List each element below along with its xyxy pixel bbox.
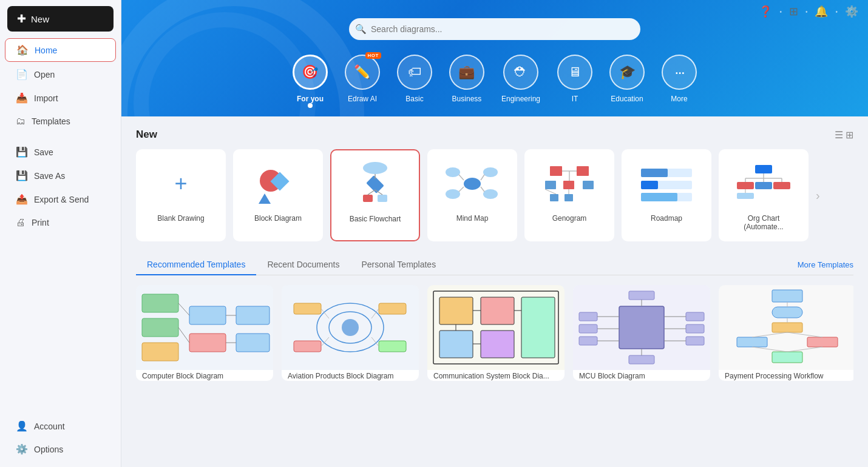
- category-label-more: More: [671, 95, 687, 103]
- category-business[interactable]: 💼 Business: [449, 55, 484, 116]
- template-card-communication[interactable]: Communication System Block Dia...: [427, 285, 565, 381]
- template-card-payment[interactable]: Payment Processing Workflow: [719, 285, 853, 381]
- new-section-action[interactable]: ☰ ⊞: [835, 129, 853, 141]
- category-label-it: IT: [572, 95, 578, 103]
- svg-line-26: [545, 189, 556, 194]
- diagram-card-genogram[interactable]: Genogram: [524, 149, 614, 241]
- svg-rect-43: [755, 182, 772, 189]
- svg-rect-51: [189, 306, 226, 324]
- sidebar-item-home[interactable]: 🏠 Home: [5, 38, 116, 62]
- diagram-card-mindmap[interactable]: Mind Map: [427, 149, 517, 241]
- template-card-mcu[interactable]: MCU Block Diagram: [573, 285, 710, 381]
- new-diagrams-list: + Blank Drawing Block Diagram: [136, 149, 853, 241]
- svg-rect-49: [142, 318, 178, 337]
- svg-rect-75: [481, 297, 514, 324]
- help-icon[interactable]: ❓: [759, 5, 772, 18]
- new-section-title: New: [136, 129, 157, 141]
- category-education[interactable]: 🎓 Education: [609, 55, 645, 116]
- category-circle-it: 🖥: [557, 55, 592, 90]
- sidebar-label-import: Import: [34, 93, 58, 103]
- diagram-card-roadmap[interactable]: Roadmap: [622, 149, 711, 241]
- sidebar-label-options: Options: [34, 445, 63, 454]
- svg-rect-20: [577, 166, 589, 176]
- account-icon: 👤: [16, 420, 28, 432]
- svg-line-8: [368, 190, 375, 195]
- svg-rect-83: [619, 306, 664, 349]
- svg-rect-85: [579, 324, 597, 333]
- category-label-business: Business: [452, 95, 482, 103]
- home-icon: 🏠: [16, 44, 29, 56]
- new-button[interactable]: ✚ New: [7, 6, 114, 32]
- category-foryou[interactable]: 🎯 For you: [293, 55, 328, 116]
- community-icon[interactable]: ⊞: [789, 5, 798, 18]
- svg-rect-66: [379, 341, 406, 352]
- svg-rect-64: [294, 341, 321, 352]
- block-label: Block Diagram: [254, 214, 302, 223]
- new-label: New: [31, 14, 49, 24]
- sidebar-item-export[interactable]: 📤 Export & Send: [5, 188, 116, 210]
- more-templates-link[interactable]: More Templates: [798, 260, 853, 269]
- category-circle-foryou: 🎯: [293, 55, 328, 90]
- sidebar-item-account[interactable]: 👤 Account: [5, 415, 116, 437]
- template-card-computer-block[interactable]: Computer Block Diagram: [136, 285, 273, 381]
- genogram-label: Genogram: [552, 214, 587, 223]
- sidebar-item-import[interactable]: 📥 Import: [5, 87, 116, 109]
- svg-rect-48: [142, 294, 178, 312]
- svg-rect-74: [439, 331, 473, 358]
- svg-point-3: [363, 162, 387, 174]
- svg-rect-46: [737, 193, 754, 199]
- template-thumb-1: [136, 285, 273, 370]
- notification-icon[interactable]: 🔔: [815, 5, 828, 18]
- template-thumb-5: [719, 285, 853, 370]
- svg-point-12: [446, 189, 460, 199]
- sidebar-item-save[interactable]: 💾 Save: [5, 141, 116, 163]
- category-basic[interactable]: 🏷 Basic: [397, 55, 432, 116]
- diagram-card-blank[interactable]: + Blank Drawing: [136, 149, 226, 241]
- dot-sep-2: •: [805, 8, 808, 15]
- blank-plus-icon: +: [174, 171, 187, 197]
- mindmap-thumb: [442, 160, 503, 208]
- diagram-card-block[interactable]: Block Diagram: [233, 149, 323, 241]
- diagrams-next-icon[interactable]: ›: [816, 189, 820, 203]
- category-it[interactable]: 🖥 IT: [557, 55, 592, 116]
- sidebar-label-save-as: Save As: [34, 171, 65, 181]
- category-engineering[interactable]: ⛑ Engineering: [501, 55, 540, 116]
- category-circle-basic: 🏷: [397, 55, 432, 90]
- category-edrawai[interactable]: ✏️ HOT Edraw AI: [345, 55, 380, 116]
- topbar: ❓ • ⊞ • 🔔 • ⚙️: [121, 0, 868, 23]
- tab-recommended[interactable]: Recommended Templates: [136, 255, 256, 275]
- save-icon: 💾: [16, 146, 28, 158]
- sidebar-item-print[interactable]: 🖨 Print: [5, 212, 116, 234]
- tab-recent[interactable]: Recent Documents: [256, 255, 350, 275]
- roadmap-thumb: [636, 160, 697, 208]
- template-card-aviation[interactable]: Aviation Products Block Diagram: [282, 285, 419, 381]
- template-thumb-2: [282, 285, 419, 370]
- open-icon: 📄: [16, 69, 28, 80]
- category-circle-education: 🎓: [609, 55, 645, 90]
- svg-marker-2: [259, 193, 271, 204]
- templates-section: Recommended Templates Recent Documents P…: [136, 255, 853, 381]
- category-more[interactable]: ··· More: [662, 55, 697, 116]
- category-label-edrawai: Edraw AI: [348, 95, 377, 103]
- settings-icon[interactable]: ⚙️: [845, 5, 858, 18]
- tab-personal[interactable]: Personal Templates: [350, 255, 447, 275]
- svg-rect-44: [773, 182, 790, 189]
- orgchart-thumb: [733, 160, 794, 208]
- dot-sep-1: •: [779, 8, 782, 15]
- category-label-basic: Basic: [405, 95, 423, 103]
- diagram-card-flowchart[interactable]: Basic Flowchart: [330, 149, 420, 241]
- diagram-card-orgchart[interactable]: Org Chart (Automate...: [719, 149, 809, 241]
- sidebar-item-options[interactable]: ⚙️ Options: [5, 438, 116, 460]
- sidebar-item-save-as[interactable]: 💾 Save As: [5, 164, 116, 187]
- category-label-education: Education: [611, 95, 643, 103]
- templates-icon: 🗂: [16, 116, 25, 127]
- template-tabs: Recommended Templates Recent Documents P…: [136, 255, 853, 275]
- category-label-engineering: Engineering: [501, 95, 540, 103]
- blank-label: Blank Drawing: [157, 214, 204, 223]
- svg-rect-42: [737, 182, 754, 189]
- svg-line-16: [459, 187, 464, 192]
- sidebar-label-save: Save: [34, 147, 53, 157]
- sidebar-item-templates[interactable]: 🗂 Templates: [5, 110, 116, 132]
- sidebar-item-open[interactable]: 📄 Open: [5, 63, 116, 86]
- category-circle-business: 💼: [449, 55, 484, 90]
